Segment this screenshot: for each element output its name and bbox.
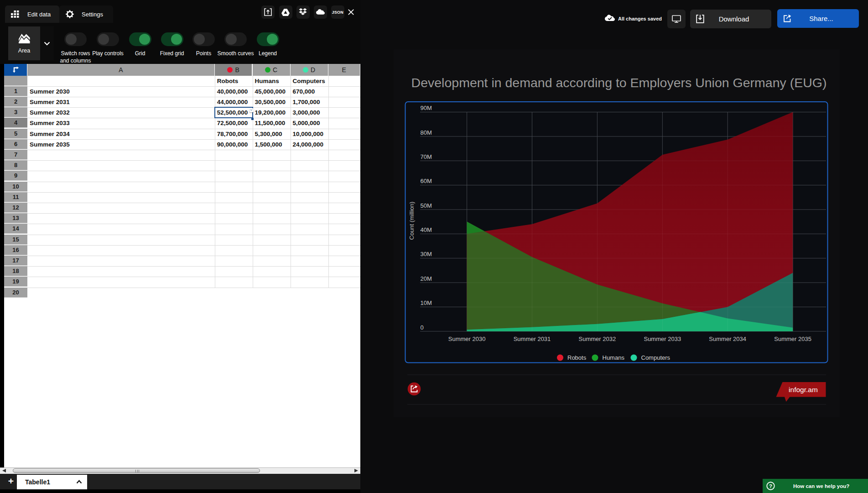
svg-text:Computers: Computers bbox=[641, 354, 670, 361]
svg-text:90M: 90M bbox=[421, 105, 432, 111]
svg-text:Summer 2035: Summer 2035 bbox=[774, 336, 811, 342]
svg-text:Humans: Humans bbox=[603, 354, 625, 361]
svg-text:infogr.am: infogr.am bbox=[789, 386, 818, 393]
svg-text:Summer 2031: Summer 2031 bbox=[514, 336, 551, 342]
svg-text:Summer 2032: Summer 2032 bbox=[579, 336, 616, 342]
svg-text:70M: 70M bbox=[421, 153, 432, 160]
svg-text:30M: 30M bbox=[421, 251, 432, 257]
svg-text:40M: 40M bbox=[421, 226, 432, 233]
svg-text:Robots: Robots bbox=[567, 354, 587, 361]
svg-text:Count (million): Count (million) bbox=[408, 202, 415, 240]
svg-text:60M: 60M bbox=[421, 178, 432, 184]
svg-text:20M: 20M bbox=[421, 275, 432, 282]
svg-text:Summer 2033: Summer 2033 bbox=[644, 336, 681, 342]
svg-text:80M: 80M bbox=[421, 129, 432, 136]
svg-text:Summer 2034: Summer 2034 bbox=[709, 336, 746, 342]
svg-text:10M: 10M bbox=[421, 299, 432, 306]
svg-text:Summer 2030: Summer 2030 bbox=[448, 336, 486, 342]
svg-text:Development in demand accordin: Development in demand according to Emplo… bbox=[411, 75, 827, 90]
svg-text:0: 0 bbox=[421, 324, 424, 331]
svg-text:50M: 50M bbox=[421, 202, 432, 209]
